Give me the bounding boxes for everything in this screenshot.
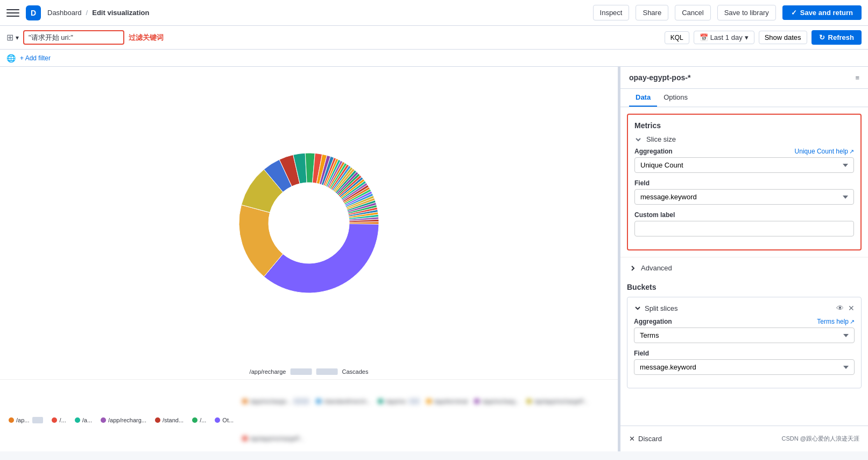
app-logo: D bbox=[26, 5, 41, 20]
panel-header: opay-egypt-pos-* ≡ bbox=[620, 67, 868, 89]
credit-text: CSDN @跟心爱的人浪迹天涯 bbox=[782, 435, 859, 443]
legend-label: /stand... bbox=[163, 417, 184, 423]
time-picker-value: Last 1 day bbox=[710, 33, 743, 41]
bucket-header: Split slices 👁 ✕ bbox=[634, 304, 855, 312]
search-input[interactable]: "请求开始 uri:" bbox=[23, 30, 124, 45]
breadcrumb: Dashboard / Edit visualization bbox=[47, 9, 149, 17]
time-picker-chevron: ▾ bbox=[745, 33, 749, 41]
filter-badge[interactable]: 过滤关键词 bbox=[129, 33, 164, 43]
tab-data[interactable]: Data bbox=[629, 89, 657, 107]
bucket-title-row[interactable]: Split slices bbox=[634, 304, 678, 312]
check-icon: ✓ bbox=[791, 9, 797, 17]
list-item: /app/recharg... bbox=[474, 384, 520, 419]
bucket-aggregation-label: Aggregation bbox=[634, 318, 672, 325]
close-icon[interactable]: ✕ bbox=[848, 304, 855, 312]
chevron-down-icon bbox=[634, 304, 641, 312]
legend-label: /ap... bbox=[16, 417, 29, 423]
right-panel: opay-egypt-pos-* ≡ Data Options Metrics … bbox=[620, 67, 868, 451]
bottom-bar: ✕ Discard CSDN @跟心爱的人浪迹天涯 bbox=[620, 426, 868, 451]
breadcrumb-current: Edit visualization bbox=[92, 9, 149, 17]
unique-count-help-link[interactable]: Unique Count help ↗ bbox=[795, 148, 854, 155]
list-item: /... bbox=[52, 384, 66, 451]
main-layout: Other /app/la sio /app/cc /app/rec ment/… bbox=[0, 67, 868, 451]
filter-left: ⊞ ▾ "请求开始 uri:" 过滤关键词 bbox=[6, 30, 660, 45]
legend-area: /ap... /... /a... /app/recharg... /stand… bbox=[0, 379, 618, 451]
custom-label-group: Custom label bbox=[634, 211, 854, 236]
legend-label: /... bbox=[200, 417, 206, 423]
external-link-icon: ↗ bbox=[850, 318, 855, 325]
inspect-button[interactable]: Inspect bbox=[593, 5, 630, 20]
refresh-button[interactable]: ↻ Refresh bbox=[811, 30, 862, 45]
panel-tabs: Data Options bbox=[620, 89, 868, 107]
terms-help-link[interactable]: Terms help ↗ bbox=[817, 318, 855, 325]
list-item: /a... bbox=[75, 384, 92, 451]
eye-icon[interactable]: 👁 bbox=[836, 304, 844, 312]
list-item: Ot... bbox=[215, 384, 234, 451]
bucket-item: Split slices 👁 ✕ Aggregation Terms help bbox=[627, 297, 862, 388]
list-item: /api/app/rechargeP... bbox=[526, 384, 588, 419]
chevron-right-icon bbox=[629, 264, 637, 272]
legend-label: /a... bbox=[82, 417, 92, 423]
chart-bottom-label: /app/recharge Cascades bbox=[250, 368, 369, 375]
bucket-actions: 👁 ✕ bbox=[836, 304, 855, 312]
advanced-row[interactable]: Advanced bbox=[620, 257, 868, 278]
custom-label-label: Custom label bbox=[634, 211, 675, 219]
list-item: /ap... bbox=[9, 384, 43, 451]
globe-icon: 🌐 bbox=[6, 54, 16, 62]
bottom-path-label: /app/recharge bbox=[250, 368, 286, 375]
slice-size-label: Slice size bbox=[646, 135, 676, 143]
index-dropdown[interactable]: ▾ bbox=[16, 34, 19, 41]
list-item: /standard/merch... bbox=[316, 384, 371, 419]
list-item: /... bbox=[192, 384, 206, 451]
calendar-icon: 📅 bbox=[700, 33, 708, 41]
panel-menu-icon[interactable]: ≡ bbox=[855, 74, 859, 82]
top-nav: D Dashboard / Edit visualization Inspect… bbox=[0, 0, 868, 26]
add-filter-row: 🌐 + Add filter bbox=[0, 50, 868, 67]
save-library-button[interactable]: Save to library bbox=[717, 5, 776, 20]
field-select[interactable]: message.keyword bbox=[634, 189, 854, 205]
breadcrumb-separator: / bbox=[86, 9, 88, 17]
filter-bar: ⊞ ▾ "请求开始 uri:" 过滤关键词 KQL 📅 Last 1 day ▾… bbox=[0, 26, 868, 50]
bucket-field-select[interactable]: message.keyword bbox=[634, 359, 855, 375]
slice-size-row[interactable]: Slice size bbox=[634, 135, 854, 143]
list-item: /stand... bbox=[155, 384, 184, 451]
chevron-down-icon: ▾ bbox=[16, 34, 19, 41]
donut-chart[interactable] bbox=[223, 137, 395, 309]
list-item: /api/app/rechargeP... bbox=[242, 422, 304, 452]
viz-area: Other /app/la sio /app/cc /app/rec ment/… bbox=[0, 67, 618, 451]
hamburger-menu[interactable] bbox=[6, 6, 19, 19]
field-label: Field bbox=[634, 179, 650, 187]
time-picker[interactable]: 📅 Last 1 day ▾ bbox=[694, 31, 754, 44]
share-button[interactable]: Share bbox=[636, 5, 668, 20]
show-dates-button[interactable]: Show dates bbox=[759, 31, 807, 44]
cascades-label: Cascades bbox=[342, 368, 368, 375]
panel-title: opay-egypt-pos-* bbox=[629, 73, 690, 82]
index-selector: ⊞ ▾ bbox=[6, 32, 19, 43]
discard-button[interactable]: ✕ Discard bbox=[629, 435, 662, 443]
x-icon: ✕ bbox=[629, 435, 635, 443]
custom-label-input[interactable] bbox=[634, 221, 854, 236]
save-return-button[interactable]: ✓ Save and return bbox=[782, 5, 862, 20]
grid-icon: ⊞ bbox=[6, 32, 13, 43]
filter-right: KQL 📅 Last 1 day ▾ Show dates ↻ Refresh bbox=[665, 30, 862, 45]
aggregation-select[interactable]: Unique Count bbox=[634, 157, 854, 173]
bucket-aggregation-select[interactable]: Terms bbox=[634, 327, 855, 343]
refresh-icon: ↻ bbox=[819, 33, 825, 41]
tab-options[interactable]: Options bbox=[657, 89, 694, 107]
svg-point-0 bbox=[269, 183, 349, 263]
bucket-field-group: Field message.keyword bbox=[634, 350, 855, 375]
legend-label: Ot... bbox=[222, 417, 234, 423]
bucket-aggregation-group: Aggregation Terms help ↗ Terms bbox=[634, 318, 855, 343]
aggregation-label: Aggregation bbox=[634, 148, 673, 155]
legend-label: /... bbox=[59, 417, 66, 423]
aggregation-group: Aggregation Unique Count help ↗ Unique C… bbox=[634, 148, 854, 173]
split-slices-label: Split slices bbox=[645, 304, 678, 312]
buckets-section: Buckets Split slices 👁 ✕ bbox=[627, 278, 862, 388]
add-filter-link[interactable]: + Add filter bbox=[20, 54, 51, 62]
list-item: /app/recharge... bbox=[242, 384, 309, 419]
kql-button[interactable]: KQL bbox=[665, 31, 689, 44]
chevron-down-icon bbox=[634, 136, 642, 143]
cancel-button[interactable]: Cancel bbox=[675, 5, 710, 20]
chart-container: Other /app/la sio /app/cc /app/rec ment/… bbox=[0, 67, 618, 379]
breadcrumb-dashboard[interactable]: Dashboard bbox=[47, 9, 82, 17]
